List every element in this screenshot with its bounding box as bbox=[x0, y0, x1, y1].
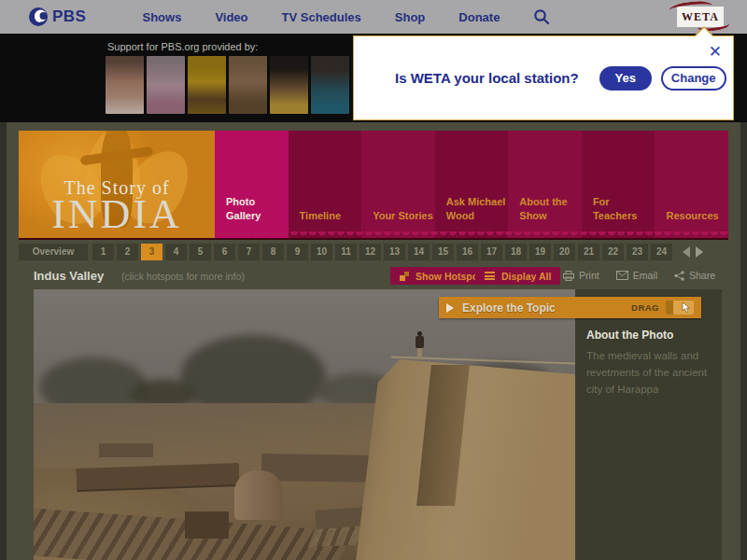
page-button-6[interactable]: 6 bbox=[214, 244, 235, 260]
search-icon[interactable] bbox=[533, 8, 550, 25]
top-navigation-bar: PBS Shows Video TV Schedules Shop Donate… bbox=[0, 0, 747, 34]
tab-your-stories[interactable]: Your Stories bbox=[361, 131, 435, 238]
overview-button[interactable]: Overview bbox=[19, 244, 88, 260]
share-button[interactable]: Share bbox=[674, 270, 715, 281]
page-button-20[interactable]: 20 bbox=[554, 244, 575, 260]
page-button-23[interactable]: 23 bbox=[627, 244, 648, 260]
print-icon bbox=[563, 271, 574, 281]
nav-item-video[interactable]: Video bbox=[215, 10, 247, 24]
sponsor-portrait-1[interactable] bbox=[106, 56, 144, 114]
email-button[interactable]: Email bbox=[616, 270, 657, 281]
page-button-4[interactable]: 4 bbox=[165, 244, 187, 260]
show-banner: The Story of INDIA Photo Gallery Timelin… bbox=[19, 131, 728, 240]
tab-timeline[interactable]: Timeline bbox=[289, 131, 362, 238]
sponsor-portrait-2[interactable] bbox=[147, 56, 185, 114]
page-button-12[interactable]: 12 bbox=[359, 244, 381, 260]
page-button-1[interactable]: 1 bbox=[92, 244, 114, 260]
share-icon bbox=[674, 271, 684, 281]
display-all-label: Display All bbox=[501, 271, 551, 282]
play-icon bbox=[446, 303, 454, 313]
share-label: Share bbox=[689, 270, 715, 281]
email-label: Email bbox=[633, 270, 657, 281]
gallery-pagination: Overview 1234567891011121314151617181920… bbox=[19, 241, 728, 262]
nav-item-shows[interactable]: Shows bbox=[142, 10, 181, 24]
explore-topic-bar[interactable]: Explore the Topic DRAG bbox=[439, 297, 701, 318]
tab-about-the-show[interactable]: About the Show bbox=[508, 131, 582, 238]
tab-resources[interactable]: Resources bbox=[655, 131, 728, 238]
sponsor-portrait-3[interactable] bbox=[188, 56, 226, 114]
next-page-icon[interactable] bbox=[696, 246, 703, 258]
gallery-photo-harappa[interactable] bbox=[34, 289, 575, 560]
station-question: Is WETA your local station? bbox=[395, 70, 579, 86]
gallery-hint: (click hotspots for more info) bbox=[121, 271, 245, 282]
tab-ask-michael-wood[interactable]: Ask Michael Wood bbox=[435, 131, 509, 238]
page-button-21[interactable]: 21 bbox=[578, 244, 599, 260]
drag-handle[interactable] bbox=[666, 301, 694, 315]
page-button-11[interactable]: 11 bbox=[335, 244, 357, 260]
tab-for-teachers[interactable]: For Teachers bbox=[582, 131, 655, 238]
page-button-3[interactable]: 3 bbox=[141, 244, 162, 260]
list-icon bbox=[485, 272, 495, 280]
page-button-22[interactable]: 22 bbox=[602, 244, 624, 260]
sponsor-portrait-6[interactable] bbox=[311, 56, 349, 114]
yes-button[interactable]: Yes bbox=[599, 66, 652, 91]
local-station-popup: Is WETA your local station? Yes Change ✕ bbox=[353, 35, 734, 120]
scallop-trim bbox=[215, 231, 728, 238]
nav-item-donate[interactable]: Donate bbox=[458, 10, 500, 24]
page-button-14[interactable]: 14 bbox=[408, 244, 430, 260]
pagination-arrows bbox=[683, 246, 703, 258]
sponsor-portrait-4[interactable] bbox=[229, 56, 267, 114]
close-icon[interactable]: ✕ bbox=[709, 44, 722, 60]
share-tools: Print Email Share bbox=[563, 270, 715, 281]
banner-tabs: Photo Gallery Timeline Your Stories Ask … bbox=[215, 131, 728, 238]
hotspot-icon bbox=[400, 272, 409, 281]
weta-station-logo[interactable]: WETA bbox=[677, 7, 724, 27]
pbs-head-icon bbox=[28, 7, 49, 27]
page-button-9[interactable]: 9 bbox=[287, 244, 308, 260]
sponsor-bar-label: Support for PBS.org provided by: bbox=[107, 41, 258, 52]
gallery-title: Indus Valley bbox=[34, 269, 104, 283]
change-button[interactable]: Change bbox=[661, 66, 726, 91]
page-button-2[interactable]: 2 bbox=[117, 244, 138, 260]
gallery-header: Indus Valley (click hotspots for more in… bbox=[19, 265, 728, 289]
page-button-19[interactable]: 19 bbox=[529, 244, 551, 260]
pbs-logo-text: PBS bbox=[52, 7, 86, 26]
tab-photo-gallery[interactable]: Photo Gallery bbox=[215, 131, 289, 238]
nav-item-tv-schedules[interactable]: TV Schedules bbox=[282, 10, 361, 24]
prev-page-icon[interactable] bbox=[683, 246, 690, 258]
page-buttons: 123456789101112131415161718192021222324 bbox=[92, 244, 672, 260]
cursor-icon bbox=[682, 302, 691, 313]
sponsor-portraits bbox=[106, 56, 349, 114]
about-photo-title: About the Photo bbox=[586, 329, 709, 342]
page-button-18[interactable]: 18 bbox=[505, 244, 527, 260]
page-button-7[interactable]: 7 bbox=[238, 244, 260, 260]
drag-label: DRAG bbox=[631, 302, 659, 313]
about-photo-text: The medieval walls and revetments of the… bbox=[586, 348, 709, 398]
page-button-24[interactable]: 24 bbox=[651, 244, 672, 260]
nav-items: Shows Video TV Schedules Shop Donate bbox=[108, 10, 500, 24]
explore-topic-label: Explore the Topic bbox=[462, 301, 631, 315]
nav-item-shop[interactable]: Shop bbox=[395, 10, 426, 24]
pbs-logo[interactable]: PBS bbox=[28, 7, 86, 27]
print-button[interactable]: Print bbox=[563, 270, 599, 281]
page-button-16[interactable]: 16 bbox=[457, 244, 478, 260]
page-button-13[interactable]: 13 bbox=[384, 244, 405, 260]
print-label: Print bbox=[579, 270, 599, 281]
page-button-15[interactable]: 15 bbox=[432, 244, 454, 260]
page-button-5[interactable]: 5 bbox=[190, 244, 211, 260]
page-button-17[interactable]: 17 bbox=[481, 244, 502, 260]
display-all-button[interactable]: Display All bbox=[475, 267, 560, 285]
email-icon bbox=[616, 271, 628, 280]
page-button-8[interactable]: 8 bbox=[262, 244, 284, 260]
sponsor-portrait-5[interactable] bbox=[270, 56, 308, 114]
page-button-10[interactable]: 10 bbox=[311, 244, 332, 260]
show-title-main: INDIA bbox=[19, 194, 215, 235]
about-photo-panel: About the Photo The medieval walls and r… bbox=[575, 289, 722, 560]
show-logo-panel[interactable]: The Story of INDIA bbox=[19, 131, 215, 238]
